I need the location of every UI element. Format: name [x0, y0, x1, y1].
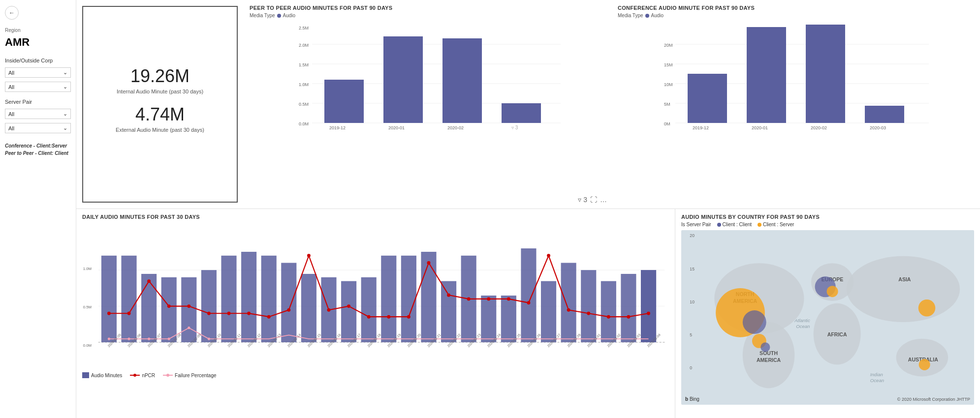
svg-text:0: 0	[690, 365, 692, 370]
bubble-north-america-client	[743, 310, 766, 334]
conf-bar-2020-01	[747, 27, 786, 123]
daily-chart-svg: 0.0M 0.5M 1.0M	[82, 222, 669, 369]
svg-rect-61	[601, 281, 616, 342]
legend-dot-client-server	[758, 223, 761, 227]
legend-npcr: nPCR	[130, 373, 155, 378]
svg-rect-56	[501, 296, 516, 342]
conf-legend-label: Audio	[651, 13, 664, 18]
svg-point-90	[607, 315, 610, 319]
svg-text:2020-02: 2020-02	[447, 125, 464, 130]
map-panel: AUDIO MINUTES BY COUNTRY FOR PAST 90 DAY…	[675, 209, 980, 418]
svg-point-79	[387, 315, 390, 319]
legend-failure: Failure Percentage	[163, 373, 217, 378]
conf-chart-svg: 0M 5M 10M 15M 20M	[618, 22, 974, 130]
svg-point-92	[647, 312, 650, 315]
peer-legend-dot	[277, 14, 281, 18]
bing-logo: b Bing	[685, 396, 699, 402]
svg-text:AMERICA: AMERICA	[757, 357, 781, 363]
svg-point-85	[507, 297, 510, 300]
svg-text:10M: 10M	[664, 82, 673, 87]
svg-rect-40	[181, 277, 196, 342]
conference-chart-panel: CONFERENCE AUDIO MINUTE FOR PAST 90 DAYS…	[612, 0, 980, 209]
chevron-down-icon-3: ⌄	[63, 111, 67, 117]
svg-point-96	[168, 338, 170, 340]
svg-rect-49	[361, 277, 377, 342]
svg-rect-42	[221, 256, 236, 342]
svg-point-95	[148, 338, 150, 340]
filter-icon[interactable]: ▿ 3	[578, 196, 587, 204]
svg-point-89	[587, 312, 590, 315]
svg-rect-44	[261, 256, 277, 342]
chevron-down-icon-2: ⌄	[63, 84, 67, 90]
svg-text:Indian: Indian	[870, 372, 883, 377]
dashboard: ← Region AMR Inside/Outside Corp All ⌄ A…	[0, 0, 980, 418]
svg-point-83	[467, 297, 471, 300]
map-legend: Is Server Pair Client : Client Client : …	[681, 222, 974, 227]
daily-chart-title: DAILY AUDIO MINUTES FOR PAST 30 DAYS	[82, 214, 669, 220]
svg-point-70	[207, 312, 211, 315]
svg-point-84	[487, 297, 490, 300]
filter1-dropdown[interactable]: All ⌄	[5, 67, 71, 78]
peer-chart-subtitle: Media Type Audio	[250, 13, 606, 18]
svg-text:Ocean: Ocean	[870, 378, 884, 383]
svg-text:15M: 15M	[664, 62, 673, 67]
sidebar: ← Region AMR Inside/Outside Corp All ⌄ A…	[0, 0, 76, 418]
svg-text:2020-01: 2020-01	[752, 125, 768, 130]
svg-point-80	[407, 315, 411, 319]
conference-bar-chart: 0M 5M 10M 15M 20M	[618, 22, 974, 130]
filter1-value: All	[8, 70, 14, 76]
filter2-dropdown[interactable]: All ⌄	[5, 109, 71, 119]
svg-point-86	[527, 301, 531, 304]
filter2-all-value: All	[8, 125, 14, 131]
svg-rect-43	[241, 252, 256, 342]
legend-bar-icon	[82, 372, 89, 378]
kpi-value1: 19.26M	[130, 66, 190, 87]
kpi-label2: External Audio Minute (past 30 days)	[116, 127, 204, 133]
filter2-value: All	[8, 111, 14, 117]
svg-text:1.5M: 1.5M	[299, 62, 309, 67]
svg-text:5M: 5M	[664, 102, 670, 107]
back-button[interactable]: ←	[5, 6, 19, 20]
svg-point-97	[188, 327, 190, 329]
expand-icon[interactable]: ⛶	[590, 196, 597, 204]
svg-text:ASIA: ASIA	[898, 276, 911, 282]
note-line1: Conference - Client:Server	[5, 143, 67, 149]
peer-chart-svg: 0.0M 0.5M 1.0M 1.5M 2.0M 2.5M	[250, 22, 606, 130]
region-value: AMR	[5, 36, 71, 49]
bottom-section: DAILY AUDIO MINUTES FOR PAST 30 DAYS 0.0…	[76, 209, 980, 418]
svg-rect-36	[101, 256, 117, 342]
filter2-all-dropdown[interactable]: All ⌄	[5, 123, 71, 133]
svg-text:0.0M: 0.0M	[83, 343, 92, 348]
svg-point-77	[347, 304, 350, 308]
svg-text:2.0M: 2.0M	[299, 43, 309, 48]
filter1-all-dropdown[interactable]: All ⌄	[5, 82, 71, 92]
svg-text:2020-02: 2020-02	[811, 125, 827, 130]
legend-label-client-server: Client : Server	[763, 222, 794, 227]
svg-rect-52	[421, 252, 436, 342]
legend-failure-line	[163, 375, 173, 376]
more-icon[interactable]: …	[600, 196, 607, 204]
map-legend-client-client: Client : Client	[717, 222, 752, 227]
svg-text:Atlantic: Atlantic	[794, 318, 810, 323]
peer-bar-chart: 0.0M 0.5M 1.0M 1.5M 2.0M 2.5M	[250, 22, 606, 130]
svg-rect-46	[301, 274, 316, 342]
svg-rect-48	[341, 281, 356, 342]
svg-text:AFRICA: AFRICA	[827, 331, 847, 337]
svg-text:0.5M: 0.5M	[83, 305, 92, 309]
svg-rect-50	[381, 256, 396, 342]
conf-bar-2020-03	[865, 106, 904, 123]
svg-text:Ocean: Ocean	[796, 324, 810, 329]
svg-point-88	[567, 308, 570, 312]
bubble-europe-server	[827, 286, 838, 297]
map-container: Atlantic Ocean Indian Ocean NORTH AMERIC…	[681, 230, 974, 405]
svg-text:1.0M: 1.0M	[299, 82, 309, 87]
svg-rect-37	[121, 256, 136, 342]
svg-point-73	[267, 315, 271, 319]
sidebar-note: Conference - Client:Server Peer to Peer …	[5, 142, 71, 157]
svg-rect-55	[481, 296, 496, 342]
conf-media-label: Media Type	[618, 13, 643, 18]
peer-chart-panel: PEER TO PEER AUDIO MINUTES FOR PAST 90 D…	[244, 0, 612, 209]
svg-point-74	[287, 308, 290, 312]
filter1-label: Inside/Outside Corp	[5, 58, 71, 63]
bubble-australia-server	[919, 359, 930, 370]
